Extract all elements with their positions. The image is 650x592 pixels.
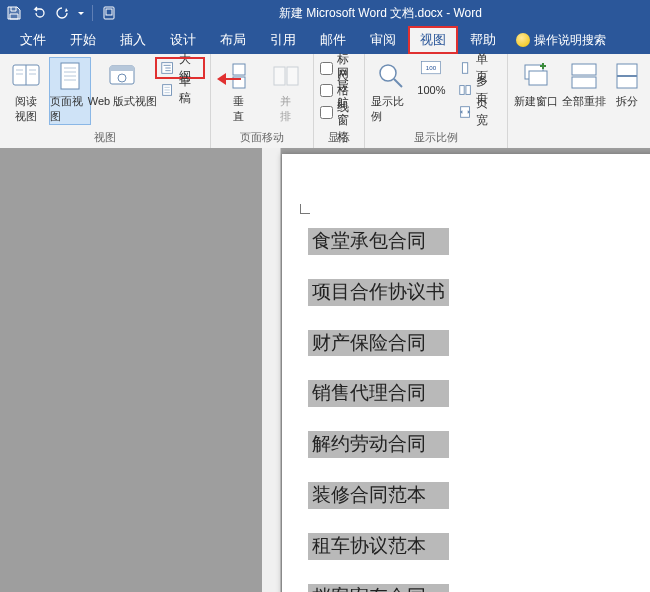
tell-me[interactable]: 操作说明搜索 [508, 32, 614, 49]
page-width-label: 页宽 [476, 95, 497, 129]
new-window-icon [520, 60, 552, 92]
ribbon-tabs: 文件 开始 插入 设计 布局 引用 邮件 审阅 视图 帮助 操作说明搜索 [0, 26, 650, 54]
tab-file[interactable]: 文件 [8, 26, 58, 54]
group-show: 标尺 网格线 导航窗格 显示 [314, 54, 365, 148]
tab-home[interactable]: 开始 [58, 26, 108, 54]
page-width-button[interactable]: 页宽 [454, 102, 501, 122]
new-window-label: 新建窗口 [514, 94, 558, 109]
tab-design[interactable]: 设计 [158, 26, 208, 54]
vertical-button[interactable]: 垂 直 [217, 58, 260, 124]
vertical-icon [223, 60, 255, 92]
draft-icon [160, 82, 174, 98]
redo-icon[interactable] [54, 5, 70, 21]
side-by-side-button: 并 排 [264, 58, 307, 124]
undo-icon[interactable] [30, 5, 46, 21]
touch-mode-icon[interactable] [101, 5, 117, 21]
outline-icon [160, 60, 174, 76]
save-icon[interactable] [6, 5, 22, 21]
zoom-icon [375, 60, 407, 92]
navpane-check-input[interactable] [320, 106, 333, 119]
arrange-all-label: 全部重排 [562, 94, 606, 109]
read-view-label: 阅读 视图 [15, 94, 37, 124]
web-layout-icon [106, 60, 138, 92]
web-layout-label: Web 版式视图 [88, 94, 157, 109]
tab-help[interactable]: 帮助 [458, 26, 508, 54]
read-view-icon [10, 60, 42, 92]
vertical-label: 垂 直 [233, 94, 244, 124]
navpane-checkbox[interactable]: 导航窗格 [320, 102, 358, 122]
document-area: 食堂承包合同 项目合作协议书 财产保险合同 销售代理合同 解约劳动合同 装修合同… [0, 148, 650, 592]
lightbulb-icon [516, 33, 530, 47]
side-by-side-icon [270, 60, 302, 92]
read-view-button[interactable]: 阅读 视图 [6, 58, 46, 124]
svg-rect-37 [529, 71, 547, 85]
tab-review[interactable]: 审阅 [358, 26, 408, 54]
print-layout-button[interactable]: 页面视图 [50, 58, 90, 124]
group-views: 阅读 视图 页面视图 Web 版式视图 大纲 [0, 54, 211, 148]
qat-dropdown-icon[interactable] [78, 5, 84, 21]
document-content: 食堂承包合同 项目合作协议书 财产保险合同 销售代理合同 解约劳动合同 装修合同… [308, 228, 449, 592]
list-item[interactable]: 销售代理合同 [308, 380, 449, 407]
list-item[interactable]: 食堂承包合同 [308, 228, 449, 255]
svg-rect-33 [459, 86, 463, 95]
quick-access-toolbar [6, 5, 117, 21]
group-zoom: 显示比例 100 100% 单页 多页 [365, 54, 508, 148]
tab-references[interactable]: 引用 [258, 26, 308, 54]
svg-rect-24 [233, 64, 245, 75]
svg-rect-32 [462, 63, 467, 74]
tell-me-label: 操作说明搜索 [534, 32, 606, 49]
window-title: 新建 Microsoft Word 文档.docx - Word [117, 5, 644, 22]
web-layout-button[interactable]: Web 版式视图 [94, 58, 150, 109]
ruler-check-input[interactable] [320, 62, 333, 75]
svg-point-28 [380, 65, 396, 81]
group-page-move-label: 页面移动 [217, 130, 307, 148]
page-width-icon [458, 104, 472, 120]
draft-button[interactable]: 草稿 [156, 80, 204, 100]
multi-page-icon [458, 82, 472, 98]
list-item[interactable]: 租车协议范本 [308, 533, 449, 560]
svg-rect-1 [106, 9, 112, 15]
split-icon [611, 60, 643, 92]
group-window: 新建窗口 全部重排 拆分 [508, 54, 650, 148]
hundred-button[interactable]: 100 100% [415, 58, 448, 96]
word-app-window: 新建 Microsoft Word 文档.docx - Word 文件 开始 插… [0, 0, 650, 592]
group-window-label [514, 130, 644, 148]
arrange-all-icon [568, 60, 600, 92]
side-by-side-label: 并 排 [280, 94, 291, 124]
draft-label: 草稿 [179, 73, 200, 107]
list-item[interactable]: 财产保险合同 [308, 330, 449, 357]
arrange-all-button[interactable]: 全部重排 [562, 58, 606, 109]
group-show-label: 显示 [320, 130, 358, 148]
group-page-move: 垂 直 并 排 页面移动 [211, 54, 314, 148]
list-item[interactable]: 项目合作协议书 [308, 279, 449, 306]
list-item[interactable]: 解约劳动合同 [308, 431, 449, 458]
titlebar: 新建 Microsoft Word 文档.docx - Word [0, 0, 650, 26]
list-item[interactable]: 档案寄存合同 [308, 584, 449, 592]
svg-rect-27 [287, 67, 298, 85]
zoom-label: 显示比例 [371, 94, 411, 124]
hundred-label: 100% [417, 84, 445, 96]
split-button[interactable]: 拆分 [610, 58, 644, 109]
gridlines-check-input[interactable] [320, 84, 333, 97]
tab-layout[interactable]: 布局 [208, 26, 258, 54]
svg-line-29 [394, 79, 402, 87]
svg-rect-26 [274, 67, 285, 85]
ribbon: 阅读 视图 页面视图 Web 版式视图 大纲 [0, 54, 650, 149]
group-zoom-label: 显示比例 [371, 130, 501, 148]
vertical-ruler [262, 148, 281, 592]
list-item[interactable]: 装修合同范本 [308, 482, 449, 509]
svg-rect-34 [466, 86, 470, 95]
qat-separator [92, 5, 93, 21]
print-layout-label: 页面视图 [50, 94, 90, 124]
new-window-button[interactable]: 新建窗口 [514, 58, 558, 109]
one-page-icon [458, 60, 472, 76]
svg-rect-39 [572, 77, 596, 88]
svg-text:100: 100 [426, 64, 437, 71]
split-label: 拆分 [616, 94, 638, 109]
tab-view[interactable]: 视图 [408, 26, 458, 54]
tab-insert[interactable]: 插入 [108, 26, 158, 54]
zoom-button[interactable]: 显示比例 [371, 58, 411, 124]
tab-mailings[interactable]: 邮件 [308, 26, 358, 54]
cursor-origin-icon [300, 204, 310, 214]
svg-rect-14 [110, 66, 134, 71]
